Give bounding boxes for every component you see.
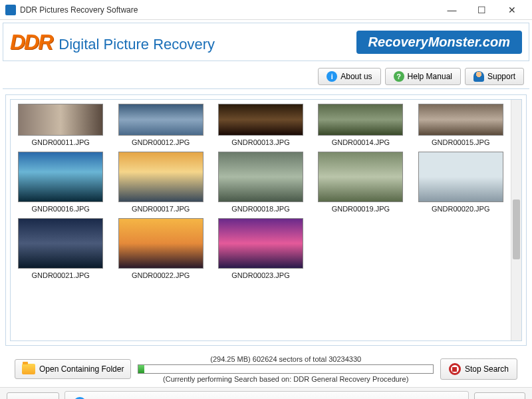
thumbnail-label: GNDR00012.JPG <box>132 138 190 146</box>
gallery-panel: GNDR00011.JPG GNDR00012.JPG GNDR00013.JP… <box>5 94 527 346</box>
thumbnail[interactable]: GNDR00013.JPG <box>213 104 308 150</box>
minimize-button[interactable]: — <box>437 1 467 19</box>
thumbnail-image <box>318 104 403 136</box>
help-button[interactable]: ? Help Manual <box>385 68 461 85</box>
gallery[interactable]: GNDR00011.JPG GNDR00012.JPG GNDR00013.JP… <box>11 100 511 340</box>
thumbnail-image <box>218 218 303 269</box>
thumbnail[interactable]: GNDR00022.JPG <box>113 218 207 283</box>
thumbnail-label: GNDR00022.JPG <box>132 271 190 279</box>
thumbnail-label: GNDR00013.JPG <box>231 138 289 146</box>
vertical-scrollbar[interactable] <box>511 100 521 340</box>
stop-icon <box>449 363 461 375</box>
thumbnail[interactable]: GNDR00012.JPG <box>113 104 207 150</box>
thumbnail-label: GNDR00019.JPG <box>332 205 390 213</box>
thumbnail-label: GNDR00011.JPG <box>31 138 89 146</box>
about-label: About us <box>340 72 372 81</box>
thumbnail[interactable]: GNDR00020.JPG <box>414 152 508 217</box>
progress-note: (Currently performing Search based on: D… <box>163 375 408 383</box>
logo: DDR Digital Picture Recovery <box>10 30 356 55</box>
thumbnail[interactable]: GNDR00018.JPG <box>213 152 308 217</box>
progress-fill <box>138 365 144 373</box>
logo-short: DDR <box>10 30 52 55</box>
thumbnail[interactable]: GNDR00023.JPG <box>213 218 308 283</box>
titlebar: DDR Pictures Recovery Software — ☐ ✕ <box>0 0 532 20</box>
scrollbar-thumb[interactable] <box>513 200 520 259</box>
thumbnail-image <box>18 104 103 136</box>
thumbnail-label: GNDR00021.JPG <box>31 271 89 279</box>
next-button[interactable]: Next ▶ <box>474 392 525 399</box>
thumbnail-image <box>418 104 503 136</box>
thumbnail-label: GNDR00014.JPG <box>332 138 390 146</box>
header: DDR Digital Picture Recovery RecoveryMon… <box>3 23 529 61</box>
thumbnail[interactable]: GNDR00019.JPG <box>313 152 408 217</box>
thumbnail-image <box>118 104 203 136</box>
thumbnail-image <box>118 152 203 202</box>
info-icon: i <box>73 397 86 400</box>
thumbnail[interactable]: GNDR00014.JPG <box>313 104 408 150</box>
thumbnail-label: GNDR00023.JPG <box>231 271 289 279</box>
thumbnail-image <box>318 152 403 202</box>
thumbnail[interactable]: GNDR00011.JPG <box>13 104 108 150</box>
thumbnail-label: GNDR00015.JPG <box>432 138 489 146</box>
stop-label: Stop Search <box>465 364 509 374</box>
open-folder-button[interactable]: Open Containing Folder <box>15 359 131 379</box>
thumbnail-image <box>18 152 103 202</box>
footer: ◀ Back i To Stop recovery, click on 'Sto… <box>0 387 532 399</box>
thumbnail-label: GNDR00018.JPG <box>231 205 289 213</box>
back-button[interactable]: ◀ Back <box>7 392 59 399</box>
help-icon: ? <box>394 71 404 82</box>
thumbnail-image <box>418 152 503 202</box>
support-icon <box>473 71 484 82</box>
thumbnail-label: GNDR00016.JPG <box>31 205 89 213</box>
help-label: Help Manual <box>408 72 452 81</box>
thumbnail[interactable]: GNDR00017.JPG <box>113 152 207 217</box>
thumbnail-image <box>18 218 103 269</box>
info-icon: i <box>327 71 337 82</box>
maximize-button[interactable]: ☐ <box>467 1 497 19</box>
thumbnail[interactable]: GNDR00015.JPG <box>414 104 508 150</box>
brand-banner: RecoveryMonster.com <box>356 31 522 54</box>
close-button[interactable]: ✕ <box>497 1 527 19</box>
window-title: DDR Pictures Recovery Software <box>20 5 437 15</box>
stop-search-button[interactable]: Stop Search <box>440 358 517 380</box>
open-folder-label: Open Containing Folder <box>39 364 124 374</box>
progress-status: (294.25 MB) 602624 sectors of total 3023… <box>210 355 361 363</box>
thumbnail-image <box>218 152 303 202</box>
thumbnail-image <box>218 104 303 136</box>
thumbnail[interactable]: GNDR00021.JPG <box>13 218 108 283</box>
logo-title: Digital Picture Recovery <box>59 36 215 53</box>
about-button[interactable]: i About us <box>318 68 380 85</box>
toolbar: i About us ? Help Manual Support <box>3 64 529 89</box>
support-label: Support <box>487 72 515 81</box>
thumbnail-label: GNDR00017.JPG <box>132 205 190 213</box>
support-button[interactable]: Support <box>465 68 524 85</box>
info-bar: i To Stop recovery, click on 'Stop Searc… <box>65 391 469 400</box>
folder-icon <box>22 364 35 374</box>
progress-bar <box>138 364 434 374</box>
thumbnail[interactable]: GNDR00016.JPG <box>13 152 108 217</box>
progress-row: Open Containing Folder (294.25 MB) 60262… <box>5 351 527 387</box>
thumbnail-image <box>118 218 203 269</box>
app-icon <box>5 5 16 15</box>
thumbnail-label: GNDR00020.JPG <box>432 205 489 213</box>
